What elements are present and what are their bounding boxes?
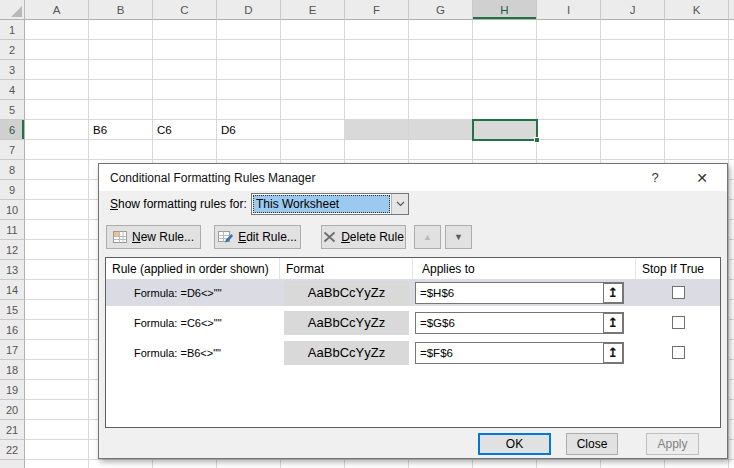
- cell-H[interactable]: [473, 460, 537, 468]
- column-header-F[interactable]: F: [345, 0, 409, 20]
- cell-I3[interactable]: [537, 60, 601, 80]
- cell-A4[interactable]: [25, 80, 89, 100]
- column-header-A[interactable]: A: [25, 0, 89, 20]
- delete-rule-button[interactable]: Delete Rule: [321, 225, 406, 249]
- cell-G3[interactable]: [409, 60, 473, 80]
- cell-G7[interactable]: [409, 140, 473, 160]
- select-all-corner[interactable]: [0, 0, 25, 20]
- close-button[interactable]: ✕: [689, 167, 715, 188]
- cell-C6[interactable]: C6: [153, 120, 217, 140]
- cell-H5[interactable]: [473, 100, 537, 120]
- cell-K6[interactable]: [665, 120, 729, 140]
- cell-D1[interactable]: [217, 20, 281, 40]
- cell-D6[interactable]: D6: [217, 120, 281, 140]
- cell-A20[interactable]: [25, 400, 89, 420]
- cell-G2[interactable]: [409, 40, 473, 60]
- cell-I7[interactable]: [537, 140, 601, 160]
- cell-A5[interactable]: [25, 100, 89, 120]
- range-selector-button[interactable]: ↥: [603, 313, 623, 333]
- cell-J5[interactable]: [601, 100, 665, 120]
- applies-to-input[interactable]: =$H$6↥: [415, 282, 624, 304]
- row-header-16[interactable]: 16: [0, 320, 25, 340]
- cell-I4[interactable]: [537, 80, 601, 100]
- row-header-7[interactable]: 7: [0, 140, 25, 160]
- cell-H4[interactable]: [473, 80, 537, 100]
- row-header-3[interactable]: 3: [0, 60, 25, 80]
- cell-A10[interactable]: [25, 200, 89, 220]
- cell-A3[interactable]: [25, 60, 89, 80]
- cell-A6[interactable]: [25, 120, 89, 140]
- cell-D3[interactable]: [217, 60, 281, 80]
- cell-K2[interactable]: [665, 40, 729, 60]
- cell-G6[interactable]: [409, 120, 473, 140]
- cell-A21[interactable]: [25, 420, 89, 440]
- cell-B7[interactable]: [89, 140, 153, 160]
- cell-A17[interactable]: [25, 340, 89, 360]
- cell-A18[interactable]: [25, 360, 89, 380]
- cell-G[interactable]: [409, 460, 473, 468]
- cell-C5[interactable]: [153, 100, 217, 120]
- combobox-dropdown-button[interactable]: [391, 194, 408, 214]
- cell-E2[interactable]: [281, 40, 345, 60]
- cell-C[interactable]: [153, 460, 217, 468]
- cell-G5[interactable]: [409, 100, 473, 120]
- row-header-9[interactable]: 9: [0, 180, 25, 200]
- rule-row-3[interactable]: Formula: =B6<>""AaBbCcYyZz=$F$6↥: [106, 339, 720, 369]
- cell-K1[interactable]: [665, 20, 729, 40]
- cell-A7[interactable]: [25, 140, 89, 160]
- cell-I2[interactable]: [537, 40, 601, 60]
- cell-K4[interactable]: [665, 80, 729, 100]
- cell-B6[interactable]: B6: [89, 120, 153, 140]
- column-header-B[interactable]: B: [89, 0, 153, 20]
- apply-button[interactable]: Apply: [646, 433, 699, 455]
- cell-J2[interactable]: [601, 40, 665, 60]
- cell-D2[interactable]: [217, 40, 281, 60]
- cell-E1[interactable]: [281, 20, 345, 40]
- cell-A2[interactable]: [25, 40, 89, 60]
- row-header-13[interactable]: 13: [0, 260, 25, 280]
- cell-C2[interactable]: [153, 40, 217, 60]
- cell-A19[interactable]: [25, 380, 89, 400]
- cell-C3[interactable]: [153, 60, 217, 80]
- cell-J6[interactable]: [601, 120, 665, 140]
- cell-A14[interactable]: [25, 280, 89, 300]
- cell-J3[interactable]: [601, 60, 665, 80]
- cell-H2[interactable]: [473, 40, 537, 60]
- cell-F3[interactable]: [345, 60, 409, 80]
- row-header-15[interactable]: 15: [0, 300, 25, 320]
- cell-B3[interactable]: [89, 60, 153, 80]
- cell-A[interactable]: [25, 460, 89, 468]
- column-header-H[interactable]: H: [473, 0, 537, 20]
- row-header-17[interactable]: 17: [0, 340, 25, 360]
- row-header-12[interactable]: 12: [0, 240, 25, 260]
- cell-H1[interactable]: [473, 20, 537, 40]
- ok-button[interactable]: OK: [478, 433, 551, 455]
- cell-E7[interactable]: [281, 140, 345, 160]
- move-up-button[interactable]: ▲: [414, 225, 441, 249]
- cell-F[interactable]: [345, 460, 409, 468]
- cell-F4[interactable]: [345, 80, 409, 100]
- cell-J[interactable]: [601, 460, 665, 468]
- cell-I6[interactable]: [537, 120, 601, 140]
- cell-E6[interactable]: [281, 120, 345, 140]
- cell-I[interactable]: [537, 460, 601, 468]
- range-selector-button[interactable]: ↥: [603, 283, 623, 303]
- rules-scope-combobox[interactable]: This Worksheet: [251, 193, 409, 215]
- cell-A12[interactable]: [25, 240, 89, 260]
- row-header-8[interactable]: 8: [0, 160, 25, 180]
- cell-K5[interactable]: [665, 100, 729, 120]
- cell-D[interactable]: [217, 460, 281, 468]
- cell-A8[interactable]: [25, 160, 89, 180]
- row-header-partial[interactable]: [0, 460, 25, 468]
- column-header-J[interactable]: J: [601, 0, 665, 20]
- close-dialog-button[interactable]: Close: [566, 433, 618, 455]
- cell-E5[interactable]: [281, 100, 345, 120]
- cell-A11[interactable]: [25, 220, 89, 240]
- cell-A13[interactable]: [25, 260, 89, 280]
- cell-H6[interactable]: [473, 120, 537, 140]
- cell-K3[interactable]: [665, 60, 729, 80]
- new-rule-button[interactable]: New Rule...: [106, 225, 201, 249]
- cell-K[interactable]: [665, 460, 729, 468]
- cell-D5[interactable]: [217, 100, 281, 120]
- cell-F2[interactable]: [345, 40, 409, 60]
